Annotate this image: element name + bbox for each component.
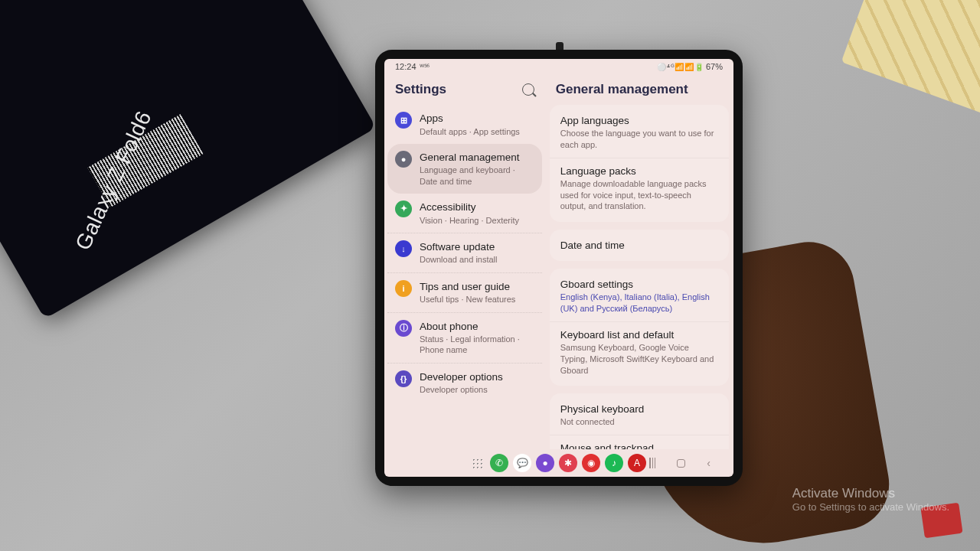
developer-icon: {} bbox=[395, 370, 412, 387]
dock-app5-icon[interactable]: ◉ bbox=[582, 454, 600, 472]
sidebar-item-label: About phone bbox=[420, 320, 534, 334]
detail-panel: General management App languagesChoose t… bbox=[545, 73, 733, 449]
setting-sub: English (Kenya), Italiano (Italia), Engl… bbox=[560, 292, 718, 315]
dock-acrobat-icon[interactable]: A bbox=[628, 454, 646, 472]
settings-card: App languagesChoose the language you wan… bbox=[550, 105, 729, 222]
sidebar-item-sub: Language and keyboard · Date and time bbox=[420, 165, 534, 187]
setting-title: Gboard settings bbox=[560, 279, 718, 290]
setting-mouse-trackpad[interactable]: Mouse and trackpad bbox=[550, 435, 729, 449]
settings-title: Settings bbox=[395, 82, 446, 97]
settings-sidebar: Settings ⊞AppsDefault apps · App setting… bbox=[384, 73, 545, 449]
sidebar-item-apps[interactable]: ⊞AppsDefault apps · App settings bbox=[387, 105, 542, 144]
dock-spotify-icon[interactable]: ♪ bbox=[605, 454, 623, 472]
settings-card: Date and time bbox=[550, 230, 729, 261]
sidebar-item-label: Software update bbox=[420, 240, 534, 254]
setting-physical-keyboard[interactable]: Physical keyboardNot connected bbox=[550, 396, 729, 435]
sidebar-item-developer[interactable]: {}Developer optionsDeveloper options bbox=[387, 363, 542, 403]
bottom-bar: ✆💬●✱◉♪A ‹ bbox=[384, 449, 733, 477]
back-button[interactable]: ‹ bbox=[707, 457, 710, 469]
sidebar-item-about[interactable]: ⓘAbout phoneStatus · Legal information ·… bbox=[387, 312, 542, 363]
sidebar-item-label: Developer options bbox=[420, 370, 534, 384]
setting-language-packs[interactable]: Language packsManage downloadable langua… bbox=[550, 158, 729, 220]
setting-sub: Choose the language you want to use for … bbox=[560, 128, 718, 151]
app-drawer-icon[interactable] bbox=[472, 458, 482, 468]
app-dock: ✆💬●✱◉♪A bbox=[472, 454, 646, 472]
sidebar-item-sub: Developer options bbox=[420, 384, 534, 395]
setting-sub: Manage downloadable language packs used … bbox=[560, 178, 718, 213]
setting-title: Language packs bbox=[560, 165, 718, 177]
sidebar-item-general[interactable]: ●General managementLanguage and keyboard… bbox=[387, 144, 542, 194]
device-frame: 12:24 ᵂ ⁵⁶ ⚪ ⁴ ᴳ 📶 📶 🔋 67% Settings ⊞App… bbox=[375, 50, 743, 486]
status-time: 12:24 bbox=[395, 62, 416, 71]
sidebar-item-label: Apps bbox=[420, 112, 534, 126]
windows-watermark: Activate Windows Go to Settings to activ… bbox=[792, 486, 949, 513]
dock-app3-icon[interactable]: ● bbox=[536, 454, 554, 472]
sidebar-item-sub: Status · Legal information · Phone name bbox=[420, 334, 534, 356]
system-nav: ‹ bbox=[649, 457, 710, 469]
apps-icon: ⊞ bbox=[395, 112, 412, 129]
dock-messages-icon[interactable]: 💬 bbox=[513, 454, 531, 472]
search-icon[interactable] bbox=[522, 83, 534, 96]
dock-app4-icon[interactable]: ✱ bbox=[559, 454, 577, 472]
setting-gboard[interactable]: Gboard settingsEnglish (Kenya), Italiano… bbox=[550, 272, 729, 321]
wooden-object bbox=[841, 0, 980, 114]
setting-title: App languages bbox=[560, 115, 718, 126]
sidebar-item-label: Tips and user guide bbox=[420, 280, 534, 294]
accessibility-icon: ✦ bbox=[395, 201, 412, 217]
setting-title: Physical keyboard bbox=[560, 403, 718, 415]
detail-title: General management bbox=[550, 77, 729, 105]
sidebar-item-accessibility[interactable]: ✦AccessibilityVision · Hearing · Dexteri… bbox=[387, 194, 542, 233]
status-left-icons: ᵂ ⁵⁶ bbox=[420, 63, 430, 71]
sidebar-item-label: General management bbox=[420, 151, 534, 165]
setting-title: Mouse and trackpad bbox=[560, 442, 718, 449]
status-right-icons: ⚪ ⁴ ᴳ 📶 📶 🔋 bbox=[657, 63, 703, 71]
settings-card: Physical keyboardNot connectedMouse and … bbox=[550, 393, 729, 449]
settings-card: Gboard settingsEnglish (Kenya), Italiano… bbox=[550, 269, 729, 386]
sidebar-item-label: Accessibility bbox=[420, 201, 534, 214]
tips-icon: i bbox=[395, 280, 412, 297]
setting-date-time[interactable]: Date and time bbox=[550, 233, 729, 258]
sidebar-item-tips[interactable]: iTips and user guideUseful tips · New fe… bbox=[387, 272, 542, 312]
sidebar-item-sub: Useful tips · New features bbox=[420, 294, 534, 305]
about-icon: ⓘ bbox=[395, 320, 412, 337]
setting-keyboard-list[interactable]: Keyboard list and defaultSamsung Keyboar… bbox=[550, 321, 729, 383]
setting-sub: Not connected bbox=[560, 416, 718, 428]
dock-phone-icon[interactable]: ✆ bbox=[490, 454, 508, 472]
sidebar-item-software-update[interactable]: ↓Software updateDownload and install bbox=[387, 233, 542, 272]
setting-sub: Samsung Keyboard, Google Voice Typing, M… bbox=[560, 342, 718, 377]
setting-title: Keyboard list and default bbox=[560, 329, 718, 341]
sidebar-item-sub: Download and install bbox=[420, 254, 534, 265]
home-button[interactable] bbox=[677, 459, 685, 468]
status-battery: 67% bbox=[706, 62, 723, 71]
sidebar-item-sub: Vision · Hearing · Dexterity bbox=[420, 215, 534, 226]
screen: 12:24 ᵂ ⁵⁶ ⚪ ⁴ ᴳ 📶 📶 🔋 67% Settings ⊞App… bbox=[384, 59, 733, 477]
sidebar-item-sub: Default apps · App settings bbox=[420, 126, 534, 137]
status-bar: 12:24 ᵂ ⁵⁶ ⚪ ⁴ ᴳ 📶 📶 🔋 67% bbox=[384, 59, 733, 73]
setting-title: Date and time bbox=[560, 240, 718, 251]
setting-app-languages[interactable]: App languagesChoose the language you wan… bbox=[550, 108, 729, 158]
watermark-sub: Go to Settings to activate Windows. bbox=[792, 501, 949, 513]
watermark-title: Activate Windows bbox=[792, 486, 949, 501]
software-update-icon: ↓ bbox=[395, 240, 412, 257]
recents-button[interactable] bbox=[649, 458, 655, 468]
general-icon: ● bbox=[395, 151, 412, 168]
